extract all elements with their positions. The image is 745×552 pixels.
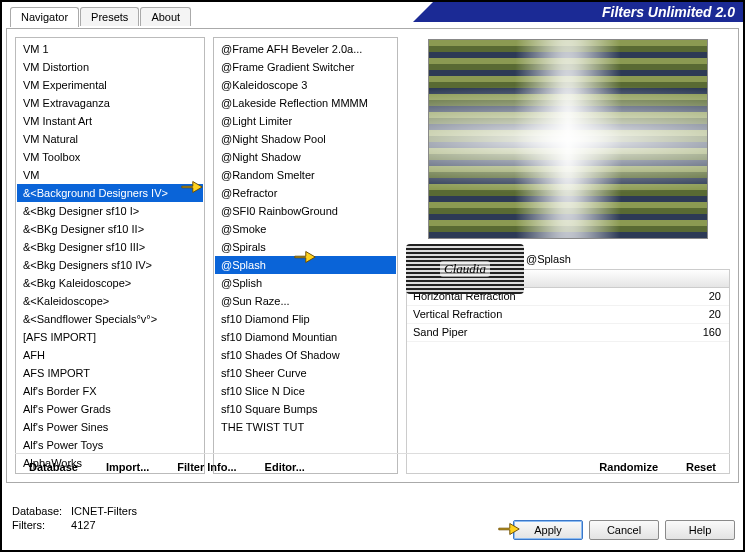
current-filter-name: @Splash [526, 253, 571, 265]
list-item[interactable]: &<Background Designers IV> [17, 184, 203, 202]
parameter-header [407, 270, 729, 288]
list-item[interactable]: Alf's Power Sines [17, 418, 203, 436]
filter-info-button[interactable]: Filter Info... [163, 458, 250, 476]
list-item[interactable]: &<BKg Designer sf10 II> [17, 220, 203, 238]
help-button[interactable]: Help [665, 520, 735, 540]
list-item[interactable]: &<Bkg Designer sf10 I> [17, 202, 203, 220]
app-title: Filters Unlimited 2.0 [413, 2, 743, 22]
list-item[interactable]: @Frame Gradient Switcher [215, 58, 396, 76]
dialog-buttons: Apply Cancel Help [513, 520, 735, 540]
tab-presets[interactable]: Presets [80, 7, 139, 26]
list-item[interactable]: &<Bkg Kaleidoscope> [17, 274, 203, 292]
filters-value: 4127 [71, 519, 95, 531]
tab-about[interactable]: About [140, 7, 191, 26]
filters-label: Filters: [12, 518, 68, 532]
reset-button[interactable]: Reset [672, 458, 730, 476]
list-item[interactable]: @Kaleidoscope 3 [215, 76, 396, 94]
list-item[interactable]: @Night Shadow [215, 148, 396, 166]
list-item[interactable]: VM Natural [17, 130, 203, 148]
list-item[interactable]: @Light Limiter [215, 112, 396, 130]
list-item[interactable]: &<Kaleidoscope> [17, 292, 203, 310]
category-list[interactable]: VM 1VM DistortionVM ExperimentalVM Extra… [15, 37, 205, 474]
list-item[interactable]: [AFS IMPORT] [17, 328, 203, 346]
list-item[interactable]: sf10 Diamond Mountian [215, 328, 396, 346]
list-item[interactable]: @Lakeside Reflection MMMM [215, 94, 396, 112]
parameter-value: 20 [709, 289, 721, 304]
list-item[interactable]: sf10 Shades Of Shadow [215, 346, 396, 364]
list-item[interactable]: Alf's Border FX [17, 382, 203, 400]
randomize-button[interactable]: Randomize [585, 458, 672, 476]
toolbar: Database Import... Filter Info... Editor… [15, 453, 730, 476]
filter-list[interactable]: @Frame AFH Beveler 2.0a...@Frame Gradien… [213, 37, 398, 474]
list-item[interactable]: VM 1 [17, 40, 203, 58]
parameter-value: 160 [703, 325, 721, 340]
list-item[interactable]: Alf's Power Toys [17, 436, 203, 454]
list-item[interactable]: VM Extravaganza [17, 94, 203, 112]
list-item[interactable]: AFH [17, 346, 203, 364]
list-item[interactable]: VM Toolbox [17, 148, 203, 166]
parameter-row[interactable]: Sand Piper160 [407, 324, 729, 342]
list-item[interactable]: sf10 Slice N Dice [215, 382, 396, 400]
list-item[interactable]: VM Experimental [17, 76, 203, 94]
header: Filters Unlimited 2.0 Navigator Presets … [2, 2, 743, 28]
list-item[interactable]: @Refractor [215, 184, 396, 202]
list-item[interactable]: @Sun Raze... [215, 292, 396, 310]
list-item[interactable]: sf10 Diamond Flip [215, 310, 396, 328]
list-item[interactable]: @Splash [215, 256, 396, 274]
navigator-panel: VM 1VM DistortionVM ExperimentalVM Extra… [6, 28, 739, 483]
preview-panel: @Splash Horizontal Refraction20Vertical … [406, 37, 730, 474]
list-item[interactable]: Alf's Power Grads [17, 400, 203, 418]
preview-image [428, 39, 708, 239]
list-item[interactable]: sf10 Square Bumps [215, 400, 396, 418]
parameter-name: Horizontal Refraction [413, 289, 516, 304]
editor-button[interactable]: Editor... [251, 458, 319, 476]
list-item[interactable]: @Night Shadow Pool [215, 130, 396, 148]
meta-info: Database: ICNET-Filters Filters: 4127 [12, 504, 137, 532]
tab-bar: Navigator Presets About [10, 6, 192, 26]
parameter-value: 20 [709, 307, 721, 322]
list-item[interactable]: sf10 Sheer Curve [215, 364, 396, 382]
cancel-button[interactable]: Cancel [589, 520, 659, 540]
list-item[interactable]: @SFI0 RainbowGround [215, 202, 396, 220]
list-item[interactable]: &<Sandflower Specials°v°> [17, 310, 203, 328]
parameter-name: Sand Piper [413, 325, 467, 340]
list-item[interactable]: @Random Smelter [215, 166, 396, 184]
list-item[interactable]: @Smoke [215, 220, 396, 238]
parameter-row[interactable]: Vertical Refraction20 [407, 306, 729, 324]
database-button[interactable]: Database [15, 458, 92, 476]
footer: Database: ICNET-Filters Filters: 4127 Ap… [8, 500, 737, 544]
list-item[interactable]: VM Instant Art [17, 112, 203, 130]
tab-navigator[interactable]: Navigator [10, 7, 79, 27]
list-item[interactable]: &<Bkg Designer sf10 III> [17, 238, 203, 256]
db-label: Database: [12, 504, 68, 518]
preview-area [406, 37, 730, 247]
list-item[interactable]: THE TWIST TUT [215, 418, 396, 436]
list-item[interactable]: VM Distortion [17, 58, 203, 76]
import-button[interactable]: Import... [92, 458, 163, 476]
parameter-row[interactable]: Horizontal Refraction20 [407, 288, 729, 306]
list-item[interactable]: @Splish [215, 274, 396, 292]
list-item[interactable]: @Frame AFH Beveler 2.0a... [215, 40, 396, 58]
apply-button[interactable]: Apply [513, 520, 583, 540]
db-value: ICNET-Filters [71, 505, 137, 517]
list-item[interactable]: AFS IMPORT [17, 364, 203, 382]
list-item[interactable]: &<Bkg Designers sf10 IV> [17, 256, 203, 274]
parameter-name: Vertical Refraction [413, 307, 502, 322]
list-item[interactable]: @Spirals [215, 238, 396, 256]
parameter-table: Horizontal Refraction20Vertical Refracti… [406, 269, 730, 474]
list-item[interactable]: VM [17, 166, 203, 184]
